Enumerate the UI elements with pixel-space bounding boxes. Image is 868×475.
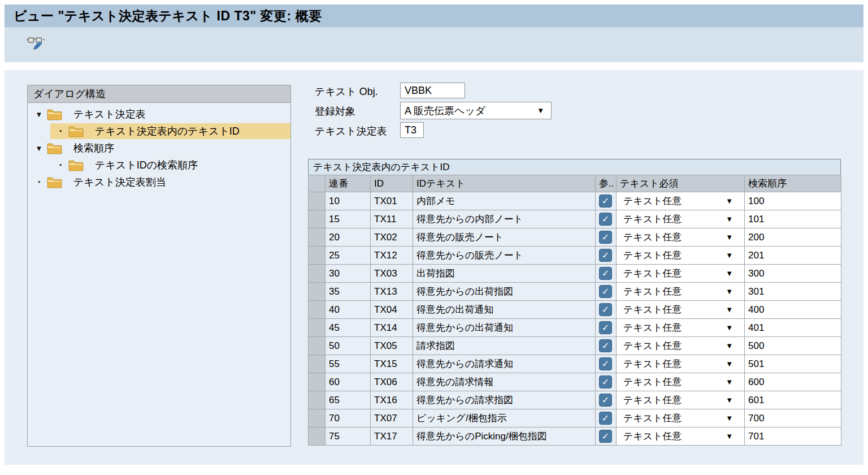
access-seq-input[interactable]: 501 xyxy=(745,355,841,373)
access-seq-input[interactable]: 300 xyxy=(745,265,841,283)
row-selector[interactable] xyxy=(309,391,326,409)
seq-cell[interactable]: 55 xyxy=(326,355,371,373)
seq-cell[interactable]: 65 xyxy=(326,391,371,409)
row-selector[interactable] xyxy=(309,301,326,319)
column-header-access-seq[interactable]: 検索順序 xyxy=(745,175,841,192)
idtext-cell[interactable]: 得意先の販売ノート xyxy=(413,228,596,247)
row-selector[interactable] xyxy=(309,283,326,301)
row-selector-header[interactable] xyxy=(309,175,326,192)
text-required-dropdown[interactable]: テキスト任意▼ xyxy=(620,428,741,445)
target-dropdown[interactable]: A 販売伝票ヘッダ ▼ xyxy=(400,102,552,119)
seq-cell[interactable]: 20 xyxy=(326,228,371,247)
column-header-idtext[interactable]: IDテキスト xyxy=(413,175,596,192)
reference-checkbox[interactable]: ✓ xyxy=(599,394,612,407)
row-selector[interactable] xyxy=(309,247,326,265)
idtext-cell[interactable]: ピッキング/梱包指示 xyxy=(413,409,596,428)
text-required-dropdown[interactable]: テキスト任意▼ xyxy=(620,210,741,228)
column-header-seq[interactable]: 連番 xyxy=(326,175,371,192)
reference-checkbox[interactable]: ✓ xyxy=(599,213,612,226)
row-selector[interactable] xyxy=(309,192,326,210)
idtext-cell[interactable]: 得意先からの内部ノート xyxy=(413,210,596,228)
row-selector[interactable] xyxy=(309,319,326,337)
reference-checkbox[interactable]: ✓ xyxy=(599,195,612,208)
id-cell[interactable]: TX06 xyxy=(371,373,413,391)
row-selector[interactable] xyxy=(309,355,326,373)
text-required-dropdown[interactable]: テキスト任意▼ xyxy=(620,283,741,300)
row-selector[interactable] xyxy=(309,428,326,446)
idtext-cell[interactable]: 得意先からの出荷指図 xyxy=(413,283,596,301)
id-cell[interactable]: TX01 xyxy=(371,192,413,210)
tree-item-3[interactable]: ・テキストIDの検索順序 xyxy=(28,157,290,174)
tree-expander-icon[interactable]: ▼ xyxy=(33,144,45,153)
tree-item-4[interactable]: ・テキスト決定表割当 xyxy=(28,174,290,191)
idtext-cell[interactable]: 得意先からの出荷通知 xyxy=(413,319,596,337)
reference-checkbox[interactable]: ✓ xyxy=(599,249,612,262)
access-seq-input[interactable]: 600 xyxy=(745,373,841,391)
text-required-dropdown[interactable]: テキスト任意▼ xyxy=(620,409,741,427)
reference-checkbox[interactable]: ✓ xyxy=(599,339,612,352)
text-required-dropdown[interactable]: テキスト任意▼ xyxy=(620,265,741,282)
reference-checkbox[interactable]: ✓ xyxy=(599,430,612,443)
row-selector[interactable] xyxy=(309,337,326,355)
reference-checkbox[interactable]: ✓ xyxy=(599,285,612,298)
text-required-dropdown[interactable]: テキスト任意▼ xyxy=(620,228,741,246)
text-required-dropdown[interactable]: テキスト任意▼ xyxy=(620,247,741,264)
access-seq-input[interactable]: 701 xyxy=(745,428,841,446)
access-seq-input[interactable]: 101 xyxy=(745,210,841,228)
text-object-input[interactable]: VBBK xyxy=(400,83,465,98)
tree-item-2[interactable]: ▼検索順序 xyxy=(28,140,290,157)
tree-item-0[interactable]: ▼テキスト決定表 xyxy=(28,106,290,123)
seq-cell[interactable]: 70 xyxy=(326,409,371,428)
reference-checkbox[interactable]: ✓ xyxy=(599,357,612,370)
row-selector[interactable] xyxy=(309,210,326,228)
id-cell[interactable]: TX15 xyxy=(371,355,413,373)
id-cell[interactable]: TX12 xyxy=(371,247,413,265)
access-seq-input[interactable]: 100 xyxy=(745,192,841,210)
access-seq-input[interactable]: 400 xyxy=(745,301,841,319)
seq-cell[interactable]: 75 xyxy=(326,428,371,446)
seq-cell[interactable]: 15 xyxy=(326,210,371,228)
idtext-cell[interactable]: 得意先の請求情報 xyxy=(413,373,596,391)
column-header-id[interactable]: ID xyxy=(371,175,413,192)
tree-item-1[interactable]: ・テキスト決定表内のテキストID xyxy=(28,123,290,140)
column-header-reference[interactable]: 参.. xyxy=(596,175,617,192)
seq-cell[interactable]: 35 xyxy=(326,283,371,301)
seq-cell[interactable]: 30 xyxy=(326,265,371,283)
id-cell[interactable]: TX05 xyxy=(371,337,413,355)
text-required-dropdown[interactable]: テキスト任意▼ xyxy=(620,373,741,391)
row-selector[interactable] xyxy=(309,373,326,391)
row-selector[interactable] xyxy=(309,265,326,283)
display-change-toggle-button[interactable] xyxy=(26,35,45,54)
seq-cell[interactable]: 50 xyxy=(326,337,371,355)
id-cell[interactable]: TX03 xyxy=(371,265,413,283)
id-cell[interactable]: TX14 xyxy=(371,319,413,337)
reference-checkbox[interactable]: ✓ xyxy=(599,375,612,388)
idtext-cell[interactable]: 得意先からのPicking/梱包指図 xyxy=(413,428,596,446)
idtext-cell[interactable]: 内部メモ xyxy=(413,192,596,210)
id-cell[interactable]: TX17 xyxy=(371,428,413,446)
text-required-dropdown[interactable]: テキスト任意▼ xyxy=(620,337,741,355)
access-seq-input[interactable]: 401 xyxy=(745,319,841,337)
seq-cell[interactable]: 45 xyxy=(326,319,371,337)
text-required-dropdown[interactable]: テキスト任意▼ xyxy=(620,319,741,336)
seq-cell[interactable]: 60 xyxy=(326,373,371,391)
reference-checkbox[interactable]: ✓ xyxy=(599,267,612,280)
reference-checkbox[interactable]: ✓ xyxy=(599,303,612,316)
text-required-dropdown[interactable]: テキスト任意▼ xyxy=(620,192,741,210)
reference-checkbox[interactable]: ✓ xyxy=(599,231,612,244)
seq-cell[interactable]: 25 xyxy=(326,247,371,265)
idtext-cell[interactable]: 請求指図 xyxy=(413,337,596,355)
access-seq-input[interactable]: 301 xyxy=(745,283,841,301)
procedure-input[interactable]: T3 xyxy=(400,122,424,138)
access-seq-input[interactable]: 700 xyxy=(745,409,841,428)
access-seq-input[interactable]: 500 xyxy=(745,337,841,355)
idtext-cell[interactable]: 得意先からの請求指図 xyxy=(413,391,596,409)
seq-cell[interactable]: 10 xyxy=(326,192,371,210)
id-cell[interactable]: TX13 xyxy=(371,283,413,301)
text-required-dropdown[interactable]: テキスト任意▼ xyxy=(620,301,741,318)
id-cell[interactable]: TX16 xyxy=(371,391,413,409)
id-cell[interactable]: TX02 xyxy=(371,228,413,247)
tree-expander-icon[interactable]: ▼ xyxy=(33,110,45,119)
reference-checkbox[interactable]: ✓ xyxy=(599,412,612,425)
access-seq-input[interactable]: 601 xyxy=(745,391,841,409)
